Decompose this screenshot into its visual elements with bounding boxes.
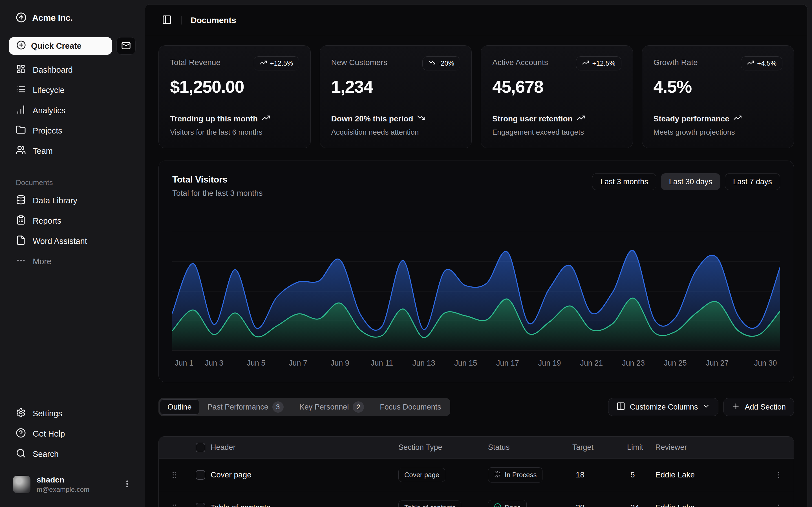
table-header-row: Header Section Type Status Target Limit …: [159, 437, 794, 459]
sidebar-item-analytics[interactable]: Analytics: [9, 101, 136, 119]
sidebar-item-data-library[interactable]: Data Library: [9, 191, 136, 210]
svg-text:Jun 1: Jun 1: [175, 359, 193, 367]
row-name[interactable]: Table of contents: [211, 503, 398, 507]
sidebar-toggle-button[interactable]: [162, 15, 172, 25]
columns-icon: [616, 402, 625, 413]
row-menu-icon[interactable]: [774, 503, 790, 507]
trend-badge-value: -20%: [439, 59, 454, 67]
card-footline: Trending up this month: [170, 114, 258, 123]
sidebar-item-label: Search: [33, 450, 59, 459]
target-cell[interactable]: 18: [572, 470, 627, 480]
svg-text:Jun 5: Jun 5: [247, 359, 265, 367]
file-icon: [16, 235, 26, 247]
table-row[interactable]: Cover page Cover page In Process 18 5 Ed…: [159, 459, 794, 491]
tab-outline[interactable]: Outline: [160, 400, 199, 414]
sidebar-item-lifecycle[interactable]: Lifecycle: [9, 81, 136, 99]
gear-icon: [16, 407, 26, 420]
sidebar-item-projects[interactable]: Projects: [9, 122, 136, 140]
sidebar-item-reports[interactable]: Reports: [9, 212, 136, 230]
table-row[interactable]: Table of contents Table of contents Done…: [159, 491, 794, 507]
sections-table: Header Section Type Status Target Limit …: [158, 436, 794, 507]
card-title: Active Accounts: [492, 56, 548, 67]
search-icon: [16, 448, 26, 460]
trend-badge: +12.5%: [576, 56, 621, 70]
tab-focus-documents[interactable]: Focus Documents: [372, 400, 449, 414]
trending-up-icon: [747, 59, 754, 68]
tab-count-badge: 3: [272, 401, 284, 413]
reviewer-cell[interactable]: Eddie Lake: [655, 470, 774, 480]
limit-cell[interactable]: 5: [627, 470, 655, 480]
target-cell[interactable]: 29: [572, 503, 627, 507]
content: Total Revenue +12.5% $1,250.00 Trending …: [145, 36, 808, 507]
row-menu-icon[interactable]: [774, 471, 790, 479]
sidebar-item-settings[interactable]: Settings: [9, 404, 136, 422]
tab-label: Focus Documents: [380, 403, 441, 411]
app-root: Acme Inc. Quick Create Dashboard: [0, 0, 812, 507]
card-footline: Strong user retention: [492, 114, 573, 123]
panel-left-icon: [162, 15, 172, 25]
brand-name: Acme Inc.: [32, 13, 73, 23]
limit-cell[interactable]: 24: [627, 503, 655, 507]
svg-text:Jun 30: Jun 30: [754, 359, 777, 367]
drag-handle-icon[interactable]: [170, 471, 196, 479]
quick-create-label: Quick Create: [31, 41, 82, 51]
sidebar-footer: Settings Get Help Search shadcn m@exampl…: [9, 404, 136, 496]
mail-button[interactable]: [116, 37, 136, 55]
card-value: $1,250.00: [170, 76, 299, 97]
toolbar-actions: Customize Columns Add Section: [608, 398, 794, 416]
clipboard-icon: [16, 215, 26, 227]
card-title: Total Revenue: [170, 56, 220, 67]
chevron-down-icon: [702, 402, 710, 412]
stat-card-new-customers: New Customers -20% 1,234 Down 20% this p…: [320, 45, 472, 148]
range-last-30-days-button[interactable]: Last 30 days: [661, 173, 720, 190]
sidebar-item-search[interactable]: Search: [9, 445, 136, 463]
sidebar-item-label: Team: [33, 147, 53, 156]
brand[interactable]: Acme Inc.: [9, 11, 136, 25]
user-name: shadcn: [37, 475, 89, 485]
list-icon: [16, 84, 26, 96]
drag-handle-icon[interactable]: [170, 503, 196, 507]
avatar: [13, 476, 31, 493]
customize-columns-label: Customize Columns: [630, 403, 698, 411]
column-header: Target: [572, 443, 627, 452]
sidebar-item-more[interactable]: More: [9, 252, 136, 270]
tab-past-performance[interactable]: Past Performance 3: [200, 400, 291, 414]
sidebar: Acme Inc. Quick Create Dashboard: [0, 0, 145, 507]
range-last-3-months-button[interactable]: Last 3 months: [592, 173, 656, 190]
folder-icon: [16, 125, 26, 137]
select-all-checkbox[interactable]: [196, 443, 205, 452]
trend-badge: +12.5%: [254, 56, 299, 70]
reviewer-cell[interactable]: Eddie Lake: [655, 503, 774, 507]
visitors-chart-card: Total Visitors Total for the last 3 mont…: [158, 161, 794, 382]
card-subline: Meets growth projections: [654, 128, 783, 136]
trend-badge-value: +4.5%: [757, 59, 776, 67]
add-section-button[interactable]: Add Section: [723, 398, 794, 416]
trend-badge: +4.5%: [741, 56, 782, 70]
user-menu-row[interactable]: shadcn m@example.com: [9, 473, 136, 496]
sidebar-item-get-help[interactable]: Get Help: [9, 425, 136, 443]
card-subline: Acquisition needs attention: [331, 128, 460, 136]
database-icon: [16, 194, 26, 207]
sidebar-item-word-assistant[interactable]: Word Assistant: [9, 232, 136, 250]
range-toggle-group: Last 3 months Last 30 days Last 7 days: [592, 173, 780, 190]
card-subline: Engagement exceed targets: [492, 128, 621, 136]
area-chart[interactable]: Jun 1Jun 3Jun 5Jun 7Jun 9Jun 11Jun 13Jun…: [172, 202, 780, 371]
quick-create-button[interactable]: Quick Create: [9, 37, 112, 55]
tab-key-personnel[interactable]: Key Personnel 2: [292, 400, 371, 414]
sidebar-item-label: More: [33, 257, 51, 266]
column-header: Limit: [627, 443, 655, 452]
column-header: Section Type: [398, 443, 488, 452]
row-name[interactable]: Cover page: [211, 470, 398, 480]
more-vertical-icon[interactable]: [123, 480, 132, 490]
range-last-7-days-button[interactable]: Last 7 days: [725, 173, 780, 190]
customize-columns-button[interactable]: Customize Columns: [608, 398, 719, 416]
users-icon: [16, 145, 26, 157]
sidebar-item-team[interactable]: Team: [9, 142, 136, 160]
svg-text:Jun 27: Jun 27: [706, 359, 728, 367]
sidebar-item-label: Lifecycle: [33, 86, 64, 95]
row-checkbox[interactable]: [196, 470, 205, 480]
sidebar-item-dashboard[interactable]: Dashboard: [9, 61, 136, 79]
stat-card-growth-rate: Growth Rate +4.5% 4.5% Steady performanc…: [642, 45, 794, 148]
row-checkbox[interactable]: [196, 503, 205, 507]
trend-badge-value: +12.5%: [270, 59, 293, 67]
